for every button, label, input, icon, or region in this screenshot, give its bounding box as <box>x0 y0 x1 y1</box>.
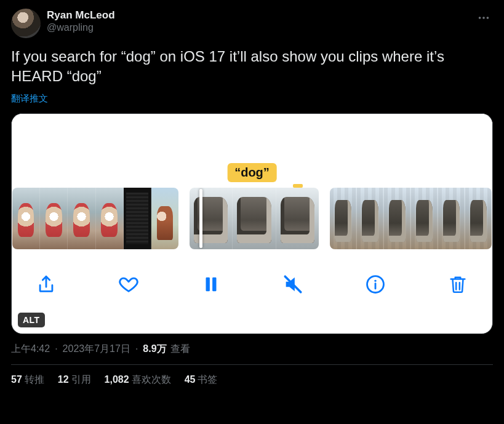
svg-rect-4 <box>212 277 216 291</box>
stat-likes[interactable]: 1,082喜欢次数 <box>105 374 171 386</box>
tweet: Ryan McLeod @warpling If you search for … <box>11 9 493 386</box>
divider <box>11 364 493 365</box>
more-button[interactable] <box>477 11 490 27</box>
clip-thumb[interactable] <box>12 188 40 249</box>
clip-thumb[interactable] <box>465 188 492 249</box>
stat-label: 引用 <box>71 374 91 385</box>
like-button[interactable] <box>115 271 142 298</box>
stat-value: 12 <box>58 374 69 385</box>
stat-retweets[interactable]: 57转推 <box>11 374 44 386</box>
clip-thumb[interactable] <box>151 188 178 249</box>
stat-value: 57 <box>11 374 22 385</box>
translate-link[interactable]: 翻译推文 <box>11 93 48 105</box>
clip-thumb[interactable] <box>68 188 95 249</box>
share-button[interactable] <box>33 271 60 298</box>
stat-label: 转推 <box>25 374 44 385</box>
clip-thumb[interactable] <box>384 188 411 249</box>
clip-thumb[interactable] <box>411 188 438 249</box>
clip-group[interactable] <box>12 188 178 249</box>
pause-icon <box>201 274 222 295</box>
views-count: 8.9万 <box>143 343 166 356</box>
info-button[interactable] <box>362 271 389 298</box>
svg-point-2 <box>487 17 489 19</box>
clip-thumb[interactable] <box>276 188 319 249</box>
separator-dot <box>54 343 58 354</box>
search-marker <box>293 184 303 188</box>
clip-thumb[interactable] <box>96 188 124 249</box>
heart-icon <box>118 274 139 295</box>
stat-quotes[interactable]: 12引用 <box>58 374 91 386</box>
svg-rect-3 <box>206 277 209 291</box>
svg-point-6 <box>374 279 376 281</box>
display-name: Ryan McLeod <box>47 9 115 22</box>
stat-bookmarks[interactable]: 45书签 <box>185 374 218 386</box>
media-attachment[interactable]: “dog” <box>11 113 493 334</box>
stat-label: 书签 <box>198 374 217 385</box>
stat-value: 45 <box>185 374 196 385</box>
views-label: 查看 <box>170 343 190 356</box>
tweet-header: Ryan McLeod @warpling <box>11 9 493 38</box>
stat-value: 1,082 <box>105 374 129 385</box>
info-icon <box>365 274 386 295</box>
search-chip: “dog” <box>227 163 277 182</box>
clip-group[interactable] <box>330 188 492 249</box>
media-toolbar <box>12 249 492 306</box>
clip-thumb[interactable] <box>357 188 384 249</box>
clip-group[interactable] <box>190 188 319 249</box>
clips-timeline[interactable] <box>12 188 492 249</box>
trash-icon <box>447 274 468 295</box>
clip-thumb[interactable] <box>40 188 68 249</box>
tweet-time: 上午4:42 <box>11 343 50 356</box>
delete-button[interactable] <box>444 271 471 298</box>
author-names[interactable]: Ryan McLeod @warpling <box>47 9 115 34</box>
clip-thumb[interactable] <box>124 188 151 249</box>
playhead[interactable] <box>199 189 202 248</box>
speaker-muted-icon <box>282 274 303 295</box>
clip-thumb[interactable] <box>438 188 465 249</box>
clip-thumb[interactable] <box>330 188 357 249</box>
separator-dot <box>134 343 139 354</box>
tweet-stats: 57转推 12引用 1,082喜欢次数 45书签 <box>11 374 493 386</box>
alt-badge[interactable]: ALT <box>18 313 45 327</box>
handle: @warpling <box>47 22 115 34</box>
clip-thumb[interactable] <box>190 188 233 249</box>
tweet-metadata[interactable]: 上午4:42 2023年7月17日 8.9万 查看 <box>11 343 493 356</box>
media-top-area: “dog” <box>12 114 492 188</box>
more-icon <box>477 11 490 25</box>
tweet-text: If you search for “dog” on iOS 17 it’ll … <box>11 47 493 87</box>
mute-button[interactable] <box>279 271 306 298</box>
share-icon <box>36 274 57 295</box>
tweet-date: 2023年7月17日 <box>63 343 130 356</box>
pause-button[interactable] <box>198 271 225 298</box>
avatar[interactable] <box>11 9 41 38</box>
stat-label: 喜欢次数 <box>132 374 171 385</box>
svg-point-1 <box>482 17 485 19</box>
clip-thumb[interactable] <box>233 188 276 249</box>
svg-point-0 <box>479 17 481 19</box>
